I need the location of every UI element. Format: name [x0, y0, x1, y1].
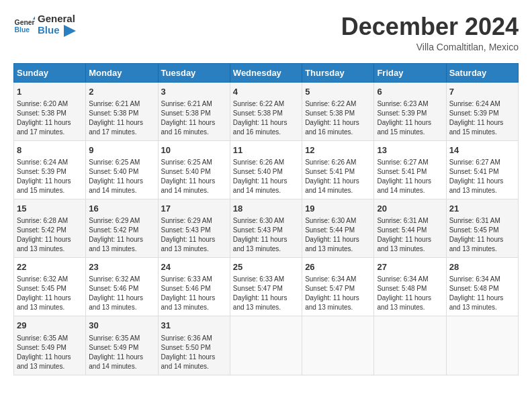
svg-text:General: General: [15, 19, 35, 26]
week-row-1: 1Sunrise: 6:20 AMSunset: 5:38 PMDaylight…: [14, 82, 519, 140]
week-row-4: 22Sunrise: 6:32 AMSunset: 5:45 PMDayligh…: [14, 258, 519, 316]
sunset-label: Sunset: 5:42 PM: [17, 226, 66, 234]
calendar-table: SundayMondayTuesdayWednesdayThursdayFrid…: [13, 63, 519, 375]
day-number: 15: [17, 203, 83, 215]
daylight-label: Daylight: 11 hours and 17 minutes.: [17, 119, 71, 136]
day-number: 6: [377, 86, 443, 98]
sunset-label: Sunset: 5:40 PM: [233, 168, 283, 175]
sunset-label: Sunset: 5:46 PM: [161, 285, 211, 292]
sunset-label: Sunset: 5:49 PM: [89, 344, 138, 351]
day-number: 28: [449, 261, 515, 273]
weekday-header-wednesday: Wednesday: [230, 63, 302, 82]
calendar-cell: [302, 316, 374, 375]
sunrise-label: Sunrise: 6:28 AM: [17, 217, 68, 224]
location: Villa Comaltitlan, Mexico: [341, 42, 519, 52]
sunset-label: Sunset: 5:39 PM: [17, 168, 66, 175]
calendar-body: 1Sunrise: 6:20 AMSunset: 5:38 PMDaylight…: [14, 82, 519, 375]
day-number: 19: [305, 203, 371, 215]
daylight-label: Daylight: 11 hours and 13 minutes.: [377, 236, 431, 253]
daylight-label: Daylight: 11 hours and 16 minutes.: [305, 119, 359, 136]
sunrise-label: Sunrise: 6:21 AM: [89, 100, 140, 107]
weekday-header-tuesday: Tuesday: [158, 63, 230, 82]
day-number: 4: [233, 86, 299, 98]
sunrise-label: Sunrise: 6:21 AM: [161, 100, 212, 107]
calendar-cell: 20Sunrise: 6:31 AMSunset: 5:44 PMDayligh…: [374, 199, 446, 257]
calendar-cell: 8Sunrise: 6:24 AMSunset: 5:39 PMDaylight…: [14, 140, 86, 199]
daylight-label: Daylight: 11 hours and 17 minutes.: [89, 119, 143, 136]
calendar-cell: 27Sunrise: 6:34 AMSunset: 5:48 PMDayligh…: [374, 258, 446, 316]
day-number: 22: [17, 261, 83, 273]
sunrise-label: Sunrise: 6:34 AM: [305, 275, 356, 283]
sunset-label: Sunset: 5:41 PM: [305, 168, 355, 175]
sunrise-label: Sunrise: 6:33 AM: [161, 275, 212, 283]
sunset-label: Sunset: 5:39 PM: [449, 109, 499, 117]
sunrise-label: Sunrise: 6:22 AM: [305, 100, 356, 107]
day-number: 3: [161, 86, 227, 98]
day-number: 1: [17, 86, 83, 98]
sunset-label: Sunset: 5:47 PM: [305, 285, 355, 292]
sunset-label: Sunset: 5:40 PM: [89, 168, 138, 175]
week-row-3: 15Sunrise: 6:28 AMSunset: 5:42 PMDayligh…: [14, 199, 519, 257]
weekday-header-thursday: Thursday: [302, 63, 374, 82]
day-number: 18: [233, 203, 299, 215]
sunrise-label: Sunrise: 6:23 AM: [377, 100, 428, 107]
calendar-cell: 15Sunrise: 6:28 AMSunset: 5:42 PMDayligh…: [14, 199, 86, 257]
sunrise-label: Sunrise: 6:36 AM: [161, 334, 212, 342]
sunset-label: Sunset: 5:46 PM: [89, 285, 138, 292]
day-number: 10: [161, 144, 227, 156]
sunrise-label: Sunrise: 6:35 AM: [89, 334, 140, 342]
calendar-cell: 18Sunrise: 6:30 AMSunset: 5:43 PMDayligh…: [230, 199, 302, 257]
sunrise-label: Sunrise: 6:20 AM: [17, 100, 68, 107]
sunset-label: Sunset: 5:39 PM: [377, 109, 427, 117]
daylight-label: Daylight: 11 hours and 14 minutes.: [377, 177, 431, 194]
sunset-label: Sunset: 5:45 PM: [17, 285, 66, 292]
sunrise-label: Sunrise: 6:29 AM: [161, 217, 212, 224]
sunrise-label: Sunrise: 6:33 AM: [233, 275, 284, 283]
page-header: General Blue General Blue December 2024 …: [13, 13, 519, 52]
daylight-label: Daylight: 11 hours and 14 minutes.: [89, 353, 143, 370]
sunrise-label: Sunrise: 6:30 AM: [305, 217, 356, 224]
sunset-label: Sunset: 5:48 PM: [449, 285, 499, 292]
daylight-label: Daylight: 11 hours and 13 minutes.: [377, 294, 431, 311]
sunset-label: Sunset: 5:42 PM: [89, 226, 138, 234]
calendar-cell: 10Sunrise: 6:25 AMSunset: 5:40 PMDayligh…: [158, 140, 230, 199]
daylight-label: Daylight: 11 hours and 14 minutes.: [161, 353, 216, 370]
daylight-label: Daylight: 11 hours and 16 minutes.: [233, 119, 287, 136]
daylight-label: Daylight: 11 hours and 14 minutes.: [161, 177, 216, 194]
sunset-label: Sunset: 5:49 PM: [17, 344, 66, 351]
sunset-label: Sunset: 5:38 PM: [305, 109, 355, 117]
calendar-cell: 17Sunrise: 6:29 AMSunset: 5:43 PMDayligh…: [158, 199, 230, 257]
sunrise-label: Sunrise: 6:27 AM: [449, 158, 500, 166]
sunrise-label: Sunrise: 6:27 AM: [377, 158, 428, 166]
logo: General Blue General Blue: [13, 13, 76, 37]
sunrise-label: Sunrise: 6:35 AM: [17, 334, 68, 342]
daylight-label: Daylight: 11 hours and 13 minutes.: [17, 236, 71, 253]
day-number: 13: [377, 144, 443, 156]
daylight-label: Daylight: 11 hours and 13 minutes.: [449, 177, 504, 194]
sunset-label: Sunset: 5:43 PM: [233, 226, 283, 234]
calendar-cell: 16Sunrise: 6:29 AMSunset: 5:42 PMDayligh…: [86, 199, 158, 257]
sunrise-label: Sunrise: 6:25 AM: [161, 158, 212, 166]
day-number: 14: [449, 144, 515, 156]
day-number: 2: [89, 86, 154, 98]
daylight-label: Daylight: 11 hours and 13 minutes.: [233, 236, 287, 253]
weekday-header-row: SundayMondayTuesdayWednesdayThursdayFrid…: [14, 63, 519, 82]
daylight-label: Daylight: 11 hours and 13 minutes.: [305, 294, 359, 311]
calendar-cell: 23Sunrise: 6:32 AMSunset: 5:46 PMDayligh…: [86, 258, 158, 316]
calendar-cell: 3Sunrise: 6:21 AMSunset: 5:38 PMDaylight…: [158, 82, 230, 140]
day-number: 23: [89, 261, 154, 273]
day-number: 29: [17, 320, 83, 332]
week-row-2: 8Sunrise: 6:24 AMSunset: 5:39 PMDaylight…: [14, 140, 519, 199]
day-number: 27: [377, 261, 443, 273]
sunrise-label: Sunrise: 6:26 AM: [233, 158, 284, 166]
day-number: 12: [305, 144, 371, 156]
day-number: 30: [89, 320, 154, 332]
day-number: 31: [161, 320, 227, 332]
sunset-label: Sunset: 5:44 PM: [377, 226, 427, 234]
calendar-cell: 9Sunrise: 6:25 AMSunset: 5:40 PMDaylight…: [86, 140, 158, 199]
sunrise-label: Sunrise: 6:22 AM: [233, 100, 284, 107]
calendar-cell: 5Sunrise: 6:22 AMSunset: 5:38 PMDaylight…: [302, 82, 374, 140]
day-number: 11: [233, 144, 299, 156]
sunset-label: Sunset: 5:41 PM: [377, 168, 427, 175]
sunset-label: Sunset: 5:40 PM: [161, 168, 211, 175]
